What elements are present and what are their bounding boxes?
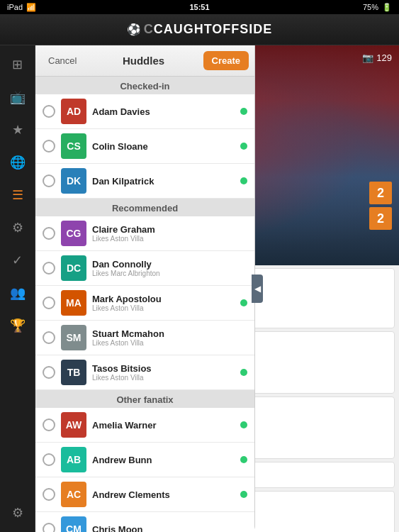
avatar-claire: CG xyxy=(61,221,86,246)
status-left: iPad 📶 xyxy=(7,3,36,12)
huddle-item-andrew-c[interactable]: AC Andrew Clements xyxy=(35,477,254,512)
huddle-radio-dan-c[interactable] xyxy=(43,262,55,275)
huddle-name-andrew-c: Andrew Clements xyxy=(92,489,235,500)
huddle-item-tasos[interactable]: TB Tasos Bitsios Likes Aston Villa xyxy=(35,355,254,390)
huddle-item-amelia[interactable]: AW Amelia Warner xyxy=(35,408,254,443)
huddle-radio-dan-k[interactable] xyxy=(43,174,55,187)
huddle-radio-colin[interactable] xyxy=(43,140,55,153)
photo-count: 📷 129 xyxy=(362,52,392,63)
huddle-item-andrew-b[interactable]: AB Andrew Bunn xyxy=(35,443,254,477)
huddle-info-adam: Adam Davies xyxy=(92,106,235,117)
avatar-tasos: TB xyxy=(61,360,86,385)
huddle-item-mark[interactable]: MA Mark Apostolou Likes Aston Villa xyxy=(35,286,254,321)
avatar-chris: CM xyxy=(61,516,86,532)
huddle-status-andrew-b xyxy=(240,456,247,463)
huddle-sub-dan-c: Likes Marc Albrighton xyxy=(92,270,235,277)
huddle-info-tasos: Tasos Bitsios Likes Aston Villa xyxy=(92,363,235,382)
huddle-name-amelia: Amelia Warner xyxy=(92,420,235,431)
sidebar-item-trophy[interactable]: 🏆 xyxy=(4,312,31,339)
status-time: 15:51 xyxy=(189,3,209,11)
huddle-info-chris: Chris Moon xyxy=(92,524,235,533)
huddle-sub-claire: Likes Aston Villa xyxy=(92,235,235,243)
sidebar-item-star[interactable]: ★ xyxy=(4,116,31,143)
huddle-name-chris: Chris Moon xyxy=(92,524,235,533)
huddle-name-andrew-b: Andrew Bunn xyxy=(92,455,235,465)
huddle-name-dan-c: Dan Connolly xyxy=(92,259,235,270)
avatar-stuart: SM xyxy=(61,325,86,350)
huddle-radio-tasos[interactable] xyxy=(43,366,55,379)
huddle-sub-tasos: Likes Aston Villa xyxy=(92,374,235,382)
huddle-radio-adam[interactable] xyxy=(43,105,55,118)
section-header-other: Other fanatix xyxy=(35,390,254,408)
huddle-status-stuart xyxy=(240,334,247,341)
score-box-2: 2 xyxy=(369,207,392,230)
sidebar-item-people[interactable]: 👥 xyxy=(4,279,31,306)
huddle-item-dan-k[interactable]: DK Dan Kilpatrick xyxy=(35,164,254,199)
huddle-radio-claire[interactable] xyxy=(43,227,55,240)
match-score-badge: 2 2 xyxy=(369,182,392,230)
avatar-andrew-b: AB xyxy=(61,447,86,472)
huddle-radio-andrew-c[interactable] xyxy=(43,488,55,501)
sidebar-item-tools[interactable]: ⚙ xyxy=(4,214,31,241)
huddle-name-stuart: Stuart Mcmahon xyxy=(92,328,235,339)
status-bar: iPad 📶 15:51 75% 🔋 xyxy=(0,0,399,14)
wifi-icon: 📶 xyxy=(26,3,36,12)
sidebar: ⊞ 📺 ★ 🌐 ☰ ⚙ ✓ 👥 🏆 ⚙ xyxy=(0,45,35,532)
huddle-item-adam[interactable]: AD Adam Davies xyxy=(35,94,254,129)
huddle-radio-andrew-b[interactable] xyxy=(43,453,55,466)
huddle-name-claire: Claire Graham xyxy=(92,224,235,235)
huddle-sub-mark: Likes Aston Villa xyxy=(92,304,235,312)
sidebar-item-check[interactable]: ✓ xyxy=(4,247,31,274)
battery-text: 75% xyxy=(363,3,378,11)
sidebar-item-globe[interactable]: 🌐 xyxy=(4,149,31,176)
huddle-status-dan-c xyxy=(240,265,247,272)
huddle-item-colin[interactable]: CS Colin Sloane xyxy=(35,129,254,164)
avatar-amelia: AW xyxy=(61,412,86,438)
huddles-create-button[interactable]: Create xyxy=(203,51,249,70)
huddle-status-mark xyxy=(240,299,247,306)
huddles-title: Huddles xyxy=(84,55,203,67)
huddle-item-dan-c[interactable]: DC Dan Connolly Likes Marc Albrighton xyxy=(35,251,254,286)
huddle-info-claire: Claire Graham Likes Aston Villa xyxy=(92,224,235,243)
huddle-status-chris xyxy=(240,526,247,532)
avatar-colin: CS xyxy=(61,133,86,159)
huddle-radio-amelia[interactable] xyxy=(43,419,55,431)
section-header-recommended: Recommended xyxy=(35,199,254,216)
huddle-radio-mark[interactable] xyxy=(43,297,55,309)
huddle-name-mark: Mark Apostolou xyxy=(92,294,235,304)
sidebar-item-grid[interactable]: ⊞ xyxy=(4,51,31,78)
huddles-cancel-button[interactable]: Cancel xyxy=(41,51,84,70)
sidebar-item-settings[interactable]: ⚙ xyxy=(4,499,31,526)
huddle-status-claire xyxy=(240,230,247,237)
huddle-info-mark: Mark Apostolou Likes Aston Villa xyxy=(92,294,235,312)
avatar-dan-k: DK xyxy=(61,168,86,194)
huddle-radio-stuart[interactable] xyxy=(43,331,55,344)
sidebar-item-tv[interactable]: 📺 xyxy=(4,84,31,111)
avatar-dan-c: DC xyxy=(61,255,86,281)
sidebar-collapse-arrow[interactable]: ◀ xyxy=(252,275,263,303)
main-layout: ⊞ 📺 ★ 🌐 ☰ ⚙ ✓ 👥 🏆 ⚙ 📷 129 2 2 xyxy=(0,45,399,532)
photo-count-number: 129 xyxy=(376,52,392,63)
app-header: ⚽ CCAUGHTOFFSIDE xyxy=(0,14,399,45)
huddle-info-amelia: Amelia Warner xyxy=(92,420,235,431)
huddle-name-adam: Adam Davies xyxy=(92,106,235,117)
section-header-checkedin: Checked-in xyxy=(35,77,254,94)
huddles-header: Cancel Huddles Create xyxy=(35,45,254,77)
huddles-list: Checked-in AD Adam Davies CS Colin Sloan… xyxy=(35,77,254,532)
avatar-adam: AD xyxy=(61,99,86,124)
header-icon: ⚽ xyxy=(127,23,141,36)
huddle-status-amelia xyxy=(240,421,247,428)
huddle-item-claire[interactable]: CG Claire Graham Likes Aston Villa xyxy=(35,216,254,251)
huddle-info-dan-k: Dan Kilpatrick xyxy=(92,176,235,187)
content-area: 📷 129 2 2 ⏱ Full Time May 19 xyxy=(35,45,399,532)
huddle-item-stuart[interactable]: SM Stuart Mcmahon Likes Aston Villa xyxy=(35,321,254,355)
huddle-name-dan-k: Dan Kilpatrick xyxy=(92,176,235,187)
huddle-info-colin: Colin Sloane xyxy=(92,141,235,152)
camera-icon: 📷 xyxy=(362,52,373,63)
huddles-overlay: Cancel Huddles Create Checked-in AD Adam… xyxy=(35,45,255,532)
app-title: CCAUGHTOFFSIDE xyxy=(144,22,273,37)
sidebar-item-menu[interactable]: ☰ xyxy=(4,182,31,209)
huddle-item-chris[interactable]: CM Chris Moon xyxy=(35,512,254,532)
huddle-info-dan-c: Dan Connolly Likes Marc Albrighton xyxy=(92,259,235,277)
huddle-radio-chris[interactable] xyxy=(43,523,55,532)
